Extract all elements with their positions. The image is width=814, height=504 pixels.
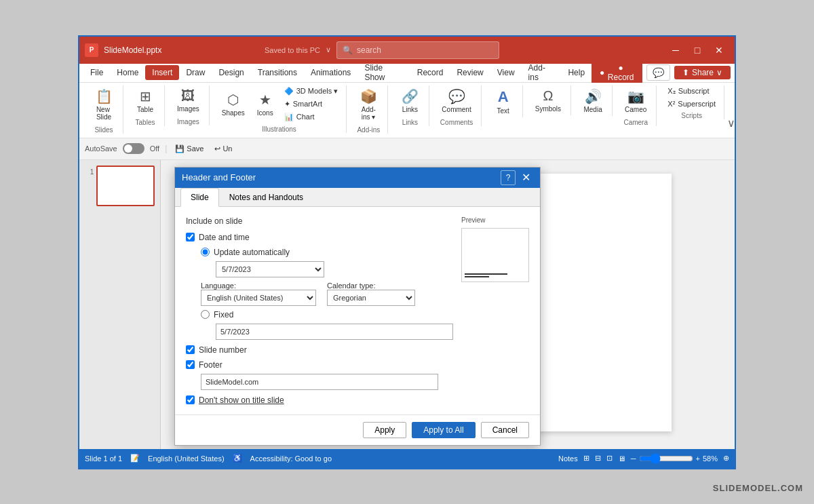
date-time-checkbox-label[interactable]: Date and time (186, 233, 453, 242)
apply-to-all-button[interactable]: Apply to All (412, 422, 475, 438)
new-slide-icon: 📋 (96, 88, 113, 104)
menu-slideshow[interactable]: Slide Show (357, 60, 410, 85)
date-time-checkbox[interactable] (186, 233, 195, 241)
ribbon-btn-text[interactable]: A Text (490, 85, 517, 117)
menu-addins[interactable]: Add-ins (522, 60, 562, 85)
menu-review[interactable]: Review (450, 65, 490, 80)
ribbon-btn-links[interactable]: 🔗 Links (396, 85, 423, 116)
chart-label: Chart (296, 113, 315, 121)
ribbon-btn-chart[interactable]: 📊 Chart (282, 111, 341, 123)
ribbon-btn-symbols[interactable]: Ω Symbols (531, 85, 565, 115)
view-reading-icon[interactable]: ⊡ (606, 454, 613, 463)
3d-models-label: 3D Models ▾ (296, 87, 338, 96)
footer-input[interactable] (201, 374, 438, 390)
undo-label: Un (222, 144, 232, 153)
ribbon-btn-new-slide[interactable]: 📋 NewSlide (90, 85, 117, 123)
images-label: Images (177, 105, 199, 113)
menu-bar: File Home Insert Draw Design Transitions… (79, 64, 735, 83)
apply-button[interactable]: Apply (363, 422, 406, 438)
slide-number-checkbox-label[interactable]: Slide number (186, 345, 453, 355)
menu-home[interactable]: Home (110, 65, 145, 80)
menu-insert[interactable]: Insert (145, 65, 179, 80)
fixed-date-input[interactable] (216, 324, 453, 340)
close-button[interactable]: ✕ (709, 41, 729, 59)
restore-button[interactable]: □ (687, 41, 708, 59)
menu-file[interactable]: File (83, 65, 110, 80)
ribbon-expand-icon[interactable]: ∨ (727, 117, 735, 134)
ribbon-btn-images[interactable]: 🖼 Images (173, 85, 204, 115)
undo-button[interactable]: ↩ Un (212, 143, 235, 155)
footer-checkbox-label[interactable]: Footer (186, 360, 453, 370)
menu-draw[interactable]: Draw (179, 65, 212, 80)
dialog-titlebar: Header and Footer ? ✕ (175, 168, 540, 188)
view-grid-icon[interactable]: ⊟ (595, 454, 601, 463)
date-select[interactable]: 5/7/2023 (216, 261, 324, 277)
text-label: Text (497, 107, 509, 115)
view-normal-icon[interactable]: ⊞ (583, 454, 589, 463)
share-label: Share (692, 68, 714, 77)
comment-button[interactable]: 💬 (646, 64, 670, 81)
save-icon: 💾 (175, 144, 185, 153)
title-saved-text: Saved to this PC (265, 46, 320, 54)
slide-number-checkbox[interactable] (186, 345, 195, 354)
dont-show-checkbox[interactable] (186, 395, 195, 404)
presenter-icon[interactable]: 🖥 (618, 454, 625, 463)
ribbon-btn-table[interactable]: ⊞ Table (132, 85, 159, 116)
dialog-tab-notes[interactable]: Notes and Handouts (219, 188, 313, 207)
ribbon-group-images: 🖼 Images Images (168, 85, 210, 125)
ribbon-btn-addins[interactable]: 📦 Add-ins ▾ (355, 85, 382, 123)
update-auto-radio[interactable] (201, 248, 210, 256)
fixed-radio[interactable] (201, 310, 210, 319)
zoom-out-icon[interactable]: ─ (631, 454, 636, 463)
footer-checkbox[interactable] (186, 360, 195, 369)
menu-view[interactable]: View (490, 65, 522, 80)
menu-design[interactable]: Design (212, 65, 250, 80)
dialog-close-button[interactable]: ✕ (518, 170, 533, 185)
ribbon-btn-superscript[interactable]: X² Superscript (665, 98, 718, 109)
language-status: English (United States) (148, 454, 225, 463)
menu-record[interactable]: Record (410, 65, 450, 80)
dialog-footer: Apply Apply to All Cancel (175, 414, 540, 445)
ribbon-btn-smartart[interactable]: ✦ SmartArt (282, 98, 341, 110)
ribbon-btn-shapes[interactable]: ⬡ Shapes (218, 89, 249, 119)
autosave-toggle[interactable] (123, 143, 144, 154)
dialog-tab-slide[interactable]: Slide (180, 188, 219, 207)
text-icon: A (498, 88, 509, 106)
slide-thumbnail-1[interactable] (96, 166, 155, 206)
calendar-type-select[interactable]: Gregorian (327, 290, 415, 306)
cancel-button[interactable]: Cancel (481, 422, 529, 438)
menu-help[interactable]: Help (561, 65, 592, 80)
slide-1-container: 1 (85, 166, 155, 206)
notes-button[interactable]: Notes (558, 454, 578, 463)
zoom-level: 58% (703, 454, 718, 463)
fit-icon[interactable]: ⊕ (723, 454, 729, 463)
ribbon-btn-subscript[interactable]: X₂ Subscript (665, 85, 718, 97)
ribbon-btn-comment[interactable]: 💬 Comment (438, 85, 475, 116)
ribbon-btn-3d-models[interactable]: 🔷 3D Models ▾ (282, 85, 341, 97)
ribbon-group-tables: ⊞ Table Tables (126, 85, 165, 126)
zoom-in-icon[interactable]: + (696, 454, 700, 463)
ribbon-group-text: A Text (484, 85, 523, 117)
update-auto-radio-label[interactable]: Update automatically (201, 248, 453, 257)
record-button[interactable]: ● ● Record (592, 61, 642, 84)
ribbon-btn-icons[interactable]: ★ Icons (252, 89, 279, 119)
share-button[interactable]: ⬆ Share ∨ (674, 66, 731, 79)
dialog-help-button[interactable]: ? (501, 170, 516, 185)
ribbon-group-comments-label: Comments (440, 119, 473, 126)
fixed-radio-label[interactable]: Fixed (201, 310, 453, 319)
ribbon-btn-media[interactable]: 🔊 Media (579, 85, 606, 116)
language-select[interactable]: English (United States) (201, 290, 316, 306)
minimize-button[interactable]: ─ (665, 41, 686, 59)
record-label: ● Record (607, 63, 634, 82)
dont-show-checkbox-label[interactable]: Don't show on title slide (186, 395, 453, 405)
dialog-overlay: Header and Footer ? ✕ Slide Notes and Ha… (161, 160, 735, 449)
save-button[interactable]: 💾 Save (172, 143, 206, 155)
undo-icon: ↩ (214, 144, 220, 153)
menu-animations[interactable]: Animations (304, 65, 357, 80)
app-icon: P (85, 43, 98, 57)
ribbon-group-symbols: Ω Symbols (526, 85, 571, 115)
search-box[interactable]: 🔍 search (336, 41, 499, 59)
menu-transitions[interactable]: Transitions (251, 65, 304, 80)
zoom-slider[interactable] (639, 453, 693, 464)
ribbon-btn-cameo[interactable]: 📷 Cameo (621, 85, 651, 116)
